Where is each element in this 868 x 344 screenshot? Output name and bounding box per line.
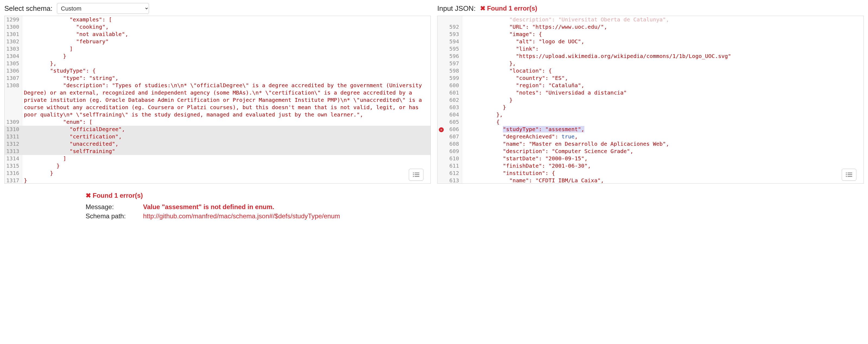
code-line[interactable]: 613 "name": "CFDTI IBM/La Caixa", (437, 177, 863, 183)
code-content[interactable]: "description": "Computer Science Grade", (462, 148, 863, 155)
code-line[interactable]: 1313 "selfTraining" (5, 148, 431, 155)
line-number: 1309 (5, 118, 22, 126)
code-line[interactable]: 1314 ] (5, 155, 431, 162)
code-content[interactable]: } (22, 169, 431, 177)
code-line[interactable]: 609 "description": "Computer Science Gra… (437, 148, 863, 155)
code-content[interactable]: } (22, 162, 431, 169)
code-line[interactable]: 607 "degreeAchieved": true, (437, 133, 863, 140)
code-content[interactable]: "studyType": { (22, 67, 431, 74)
gutter-marker (437, 155, 445, 162)
gutter-marker (437, 67, 445, 74)
code-line[interactable]: "description": "Universitat Oberta de Ca… (437, 16, 863, 23)
code-content[interactable]: "description": "Universitat Oberta de Ca… (462, 16, 863, 23)
code-content[interactable]: "type": "string", (22, 74, 431, 82)
token-punc: , (581, 82, 584, 89)
code-line[interactable]: 1305 }, (5, 60, 431, 67)
code-content[interactable]: ] (22, 45, 431, 53)
schema-code[interactable]: 1299 "examples": [1300 "cooking",1301 "n… (5, 16, 431, 183)
code-content[interactable]: "february" (22, 38, 431, 45)
line-number: 609 (445, 148, 462, 155)
input-editor[interactable]: "description": "Universitat Oberta de Ca… (437, 16, 864, 184)
schema-path-value[interactable]: http://github.com/manfred/mac/schema.jso… (143, 212, 340, 220)
code-content[interactable]: }, (22, 60, 431, 67)
code-line[interactable]: 600 "region": "Cataluña", (437, 82, 863, 89)
code-line[interactable]: 1308 "description": "Types of studies:\n… (5, 82, 431, 118)
code-content[interactable]: ] (22, 155, 431, 162)
code-content[interactable]: "cooking", (22, 23, 431, 31)
code-content[interactable]: }, (462, 111, 863, 118)
code-line[interactable]: 1303 ] (5, 45, 431, 53)
code-line[interactable]: 608 "name": "Master en Desarrollo de Apl… (437, 140, 863, 148)
code-line[interactable]: 1306 "studyType": { (5, 67, 431, 74)
schema-select[interactable]: Custom (57, 3, 149, 14)
code-line[interactable]: 611 "finishDate": "2001-06-30", (437, 162, 863, 169)
code-line[interactable]: 1310 "officialDegree", (5, 126, 431, 133)
code-content[interactable]: "region": "Cataluña", (462, 82, 863, 89)
code-content[interactable]: "image": { (462, 31, 863, 38)
code-line[interactable]: 594 "alt": "logo de UOC", (437, 38, 863, 45)
code-content[interactable]: "link": (462, 45, 863, 53)
code-line[interactable]: 1312 "unaccredited", (5, 140, 431, 148)
code-content[interactable]: { (462, 118, 863, 126)
code-content[interactable]: "officialDegree", (22, 126, 431, 133)
code-line[interactable]: 1302 "february" (5, 38, 431, 45)
code-content[interactable]: "unaccredited", (22, 140, 431, 148)
code-content[interactable]: "institution": { (462, 169, 863, 177)
gutter-marker (437, 118, 445, 126)
code-content[interactable]: } (22, 177, 431, 183)
code-line[interactable]: 1299 "examples": [ (5, 16, 431, 23)
schema-editor[interactable]: 1299 "examples": [1300 "cooking",1301 "n… (4, 16, 431, 184)
code-line[interactable]: 602 } (437, 96, 863, 104)
code-line[interactable]: 610 "startDate": "2000-09-15", (437, 155, 863, 162)
code-content[interactable]: "description": "Types of studies:\n\n* \… (22, 82, 431, 118)
code-line[interactable]: 1300 "cooking", (5, 23, 431, 31)
code-line[interactable]: 1311 "certification", (5, 133, 431, 140)
code-line[interactable]: 603 } (437, 104, 863, 111)
code-line[interactable]: 593 "image": { (437, 31, 863, 38)
code-line[interactable]: 596 "https://upload.wikimedia.org/wikipe… (437, 53, 863, 60)
code-content[interactable]: "https://upload.wikimedia.org/wikipedia/… (462, 53, 863, 60)
code-line[interactable]: 595 "link": (437, 45, 863, 53)
format-button-left[interactable] (409, 169, 424, 181)
code-content[interactable]: "name": "CFDTI IBM/La Caixa", (462, 177, 863, 183)
code-line[interactable]: 1317} (5, 177, 431, 183)
code-line[interactable]: ✕606 "studyType": "assesment", (437, 126, 863, 133)
code-content[interactable]: "selfTraining" (22, 148, 431, 155)
code-content[interactable]: "studyType": "assesment", (462, 126, 863, 133)
code-line[interactable]: 605 { (437, 118, 863, 126)
code-content[interactable]: } (462, 104, 863, 111)
code-line[interactable]: 592 "URL": "https://www.uoc.edu/", (437, 23, 863, 31)
code-content[interactable]: "not available", (22, 31, 431, 38)
code-content[interactable]: } (462, 96, 863, 104)
code-content[interactable]: "location": { (462, 67, 863, 74)
code-line[interactable]: 601 "notes": "Universidad a distancia" (437, 89, 863, 96)
code-content[interactable]: "enum": [ (22, 118, 431, 126)
code-content[interactable]: "finishDate": "2001-06-30", (462, 162, 863, 169)
code-line[interactable]: 597 }, (437, 60, 863, 67)
code-content[interactable]: } (22, 53, 431, 60)
code-content[interactable]: "alt": "logo de UOC", (462, 38, 863, 45)
code-line[interactable]: 612 "institution": { (437, 169, 863, 177)
code-line[interactable]: 599 "country": "ES", (437, 74, 863, 82)
code-line[interactable]: 1304 } (5, 53, 431, 60)
format-button-right[interactable] (842, 169, 856, 181)
code-content[interactable]: "name": "Master en Desarrollo de Aplicac… (462, 140, 863, 148)
code-content[interactable]: "degreeAchieved": true, (462, 133, 863, 140)
code-line[interactable]: 1316 } (5, 169, 431, 177)
code-content[interactable]: "country": "ES", (462, 74, 863, 82)
code-line[interactable]: 1301 "not available", (5, 31, 431, 38)
code-line[interactable]: 604 }, (437, 111, 863, 118)
code-content[interactable]: "certification", (22, 133, 431, 140)
input-code[interactable]: "description": "Universitat Oberta de Ca… (437, 16, 863, 183)
line-number: 1307 (5, 74, 22, 82)
code-content[interactable]: "URL": "https://www.uoc.edu/", (462, 23, 863, 31)
code-content[interactable]: "examples": [ (22, 16, 431, 23)
code-line[interactable]: 1307 "type": "string", (5, 74, 431, 82)
token-key: "name" (509, 177, 529, 183)
code-content[interactable]: "notes": "Universidad a distancia" (462, 89, 863, 96)
code-content[interactable]: "startDate": "2000-09-15", (462, 155, 863, 162)
code-line[interactable]: 1309 "enum": [ (5, 118, 431, 126)
code-line[interactable]: 598 "location": { (437, 67, 863, 74)
code-line[interactable]: 1315 } (5, 162, 431, 169)
code-content[interactable]: }, (462, 60, 863, 67)
